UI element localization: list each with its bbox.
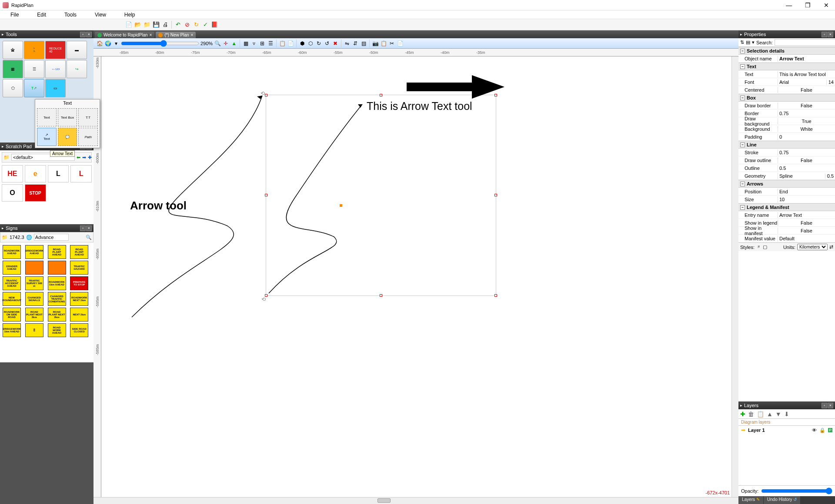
exit-icon[interactable]: 📕: [210, 21, 218, 29]
refresh-icon[interactable]: ↻: [192, 21, 200, 29]
layers-icon[interactable]: ▤: [360, 40, 367, 47]
flyout-text-pair[interactable]: T:T: [78, 108, 98, 126]
paste-icon[interactable]: 📄: [287, 40, 294, 47]
tool-shape[interactable]: ⬠: [3, 79, 23, 97]
panel-close-icon[interactable]: ×: [86, 32, 92, 37]
search-input[interactable]: [775, 39, 835, 46]
sign-item[interactable]: ROAD PLANT AHEAD: [70, 245, 88, 259]
flyout-text-box[interactable]: Text Box: [58, 108, 77, 126]
sign-item[interactable]: TRAFFIC SURVEY 500 m: [25, 276, 43, 290]
list-icon[interactable]: ☰: [267, 40, 274, 47]
opacity-slider[interactable]: [761, 487, 832, 494]
crosshair-icon[interactable]: ✛: [222, 40, 229, 47]
flyout-callout[interactable]: 💬: [58, 128, 77, 146]
rotate-handle-icon[interactable]: ⟲: [261, 90, 265, 96]
signs-category-input[interactable]: [34, 234, 69, 241]
align-icon[interactable]: ⊞: [259, 40, 266, 47]
sign-item[interactable]: SIDE ROAD CLOSED: [70, 323, 88, 337]
panel-pin-icon[interactable]: ▫: [822, 403, 827, 408]
sign-item[interactable]: NEXT 2km: [70, 308, 88, 322]
sign-item[interactable]: [25, 261, 43, 275]
units-sync-icon[interactable]: ⇄: [829, 244, 833, 250]
prop-value[interactable]: White: [778, 126, 835, 132]
menu-tools[interactable]: Tools: [56, 11, 85, 19]
scratch-item[interactable]: L: [48, 165, 69, 182]
folder-icon[interactable]: 📁: [143, 21, 151, 29]
panel-close-icon[interactable]: ×: [828, 32, 833, 37]
prop-value[interactable]: False: [778, 87, 835, 93]
grid-icon[interactable]: ▦: [242, 40, 249, 47]
tool-road[interactable]: 🛣: [3, 41, 23, 59]
sign-item[interactable]: ROADWORK ON SIDE ROAD: [3, 308, 21, 322]
styles-icon[interactable]: 〃: [756, 244, 761, 250]
panel-close-icon[interactable]: ×: [828, 403, 833, 408]
tool-area[interactable]: ▦: [3, 60, 23, 78]
sign-item[interactable]: TRAFFIC HAZARD: [70, 261, 88, 275]
sign-item[interactable]: ROADWORK AHEAD: [3, 245, 21, 259]
sign-item[interactable]: ROAD PLANT NEXT 2km: [25, 308, 43, 322]
camera-icon[interactable]: 📷: [372, 40, 379, 47]
scratch-item[interactable]: HE: [2, 165, 23, 182]
home-icon[interactable]: 🏠: [96, 40, 103, 47]
save-icon[interactable]: 💾: [152, 21, 160, 29]
expand-icon[interactable]: ▾: [752, 40, 755, 45]
sign-item[interactable]: ROADWORK 1km AHEAD: [48, 276, 66, 290]
scratch-item[interactable]: O: [2, 184, 23, 202]
sign-item[interactable]: GRADER AHEAD: [3, 261, 21, 275]
flip-v-icon[interactable]: ⇵: [352, 40, 359, 47]
flyout-text[interactable]: Text: [37, 108, 57, 126]
open-icon[interactable]: 📂: [134, 21, 142, 29]
sort-icon[interactable]: ⇅: [740, 40, 744, 45]
lock-icon[interactable]: 🔒: [819, 428, 825, 433]
panel-close-icon[interactable]: ×: [86, 225, 92, 231]
sign-item[interactable]: BRIDGEWORK AHEAD: [25, 245, 43, 259]
close-icon[interactable]: ×: [191, 33, 194, 37]
rotate2-icon[interactable]: ↺: [324, 40, 331, 47]
sign-item[interactable]: ROAD PLANT AHEAD: [48, 245, 66, 259]
panel-pin-icon[interactable]: ▫: [822, 32, 827, 37]
print-layer-icon[interactable]: P: [828, 428, 832, 432]
nav-back-icon[interactable]: ⬅: [77, 155, 80, 160]
prop-value[interactable]: False: [778, 103, 835, 109]
window-minimize[interactable]: —: [782, 1, 795, 10]
undo-icon[interactable]: ↶: [174, 21, 182, 29]
rotate-icon[interactable]: ↻: [315, 40, 322, 47]
prop-value[interactable]: End: [778, 189, 835, 195]
ungroup-icon[interactable]: ⬡: [307, 40, 314, 47]
tool-speed-sign[interactable]: REDUCE40: [45, 41, 66, 59]
zoom-icon[interactable]: 🔍: [214, 40, 221, 47]
cut-icon[interactable]: ✂: [388, 40, 395, 47]
section-legend[interactable]: −Legend & Manifest: [738, 203, 835, 211]
scratch-item[interactable]: STOP: [25, 184, 46, 202]
prop-value[interactable]: True: [778, 118, 835, 124]
sign-item[interactable]: [48, 261, 66, 275]
marker-icon[interactable]: ▲: [230, 40, 237, 47]
sign-item[interactable]: PREPARE TO STOP: [70, 276, 88, 290]
styles-apply-icon[interactable]: ▢: [763, 244, 767, 250]
dup-layer-icon[interactable]: 📋: [757, 411, 764, 418]
menu-edit[interactable]: Edit: [28, 11, 55, 19]
rotate-handle-icon[interactable]: ⟲: [261, 296, 266, 302]
tool-list[interactable]: ☰: [24, 60, 44, 78]
search-signs-icon[interactable]: 🔍: [86, 235, 92, 240]
print-icon[interactable]: 🖨: [161, 21, 169, 29]
merge-layer-icon[interactable]: ⬇: [784, 411, 789, 418]
filter-icon[interactable]: ▤: [746, 40, 750, 45]
sign-item[interactable]: TRAFFIC ACCIDENT AHEAD: [3, 276, 21, 290]
doc-icon[interactable]: 📄: [397, 40, 404, 47]
new-icon[interactable]: 📄: [125, 21, 133, 29]
add-layer-icon[interactable]: ✚: [740, 411, 745, 418]
section-selection[interactable]: −Selection details: [738, 47, 835, 55]
tool-dimension[interactable]: ↔123: [45, 60, 66, 78]
add-icon[interactable]: ✚: [88, 155, 92, 160]
canvas[interactable]: Arrow tool This is Arrow Text tool ⟲: [101, 56, 731, 497]
tool-arrow[interactable]: ↪: [67, 60, 87, 78]
scratch-item[interactable]: L: [70, 165, 92, 182]
eye-icon[interactable]: 👁: [812, 428, 817, 433]
hscrollbar[interactable]: [94, 497, 738, 504]
section-arrows[interactable]: −Arrows: [738, 180, 835, 188]
zoom-slider[interactable]: [121, 40, 199, 47]
redo-icon[interactable]: ⊘: [183, 21, 191, 29]
down-layer-icon[interactable]: ▼: [775, 411, 782, 418]
prop-value[interactable]: 0: [778, 134, 835, 140]
